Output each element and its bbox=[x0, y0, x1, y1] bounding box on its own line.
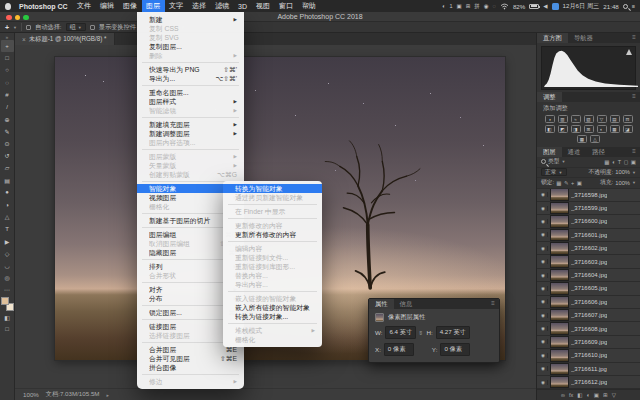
app-status-icon[interactable] bbox=[552, 3, 559, 10]
close-window-button[interactable] bbox=[6, 15, 12, 21]
filter-shape-layers-icon[interactable]: ◻ bbox=[624, 159, 629, 165]
menubar-menu-layer[interactable]: 图层 bbox=[142, 0, 165, 12]
invert-icon[interactable]: ◐ bbox=[597, 125, 607, 133]
layer-visibility-eye-icon[interactable]: ◉ bbox=[539, 259, 548, 264]
submenu-item-update-all-modified-content[interactable]: 更新所有修改的内容 bbox=[223, 230, 322, 239]
show-transform-checkbox[interactable] bbox=[90, 25, 95, 30]
menu-item-export-as[interactable]: 导出为...⌥⇧⌘' bbox=[137, 74, 244, 83]
layer-thumbnail[interactable] bbox=[551, 203, 568, 214]
new-adjustment-layer-icon[interactable]: ◐ bbox=[587, 392, 590, 398]
quick-mask-button[interactable]: ◧ bbox=[1, 311, 14, 323]
layer-thumbnail[interactable] bbox=[551, 283, 568, 294]
new-group-icon[interactable]: ▣ bbox=[594, 392, 599, 398]
filter-search-icon[interactable] bbox=[541, 159, 546, 164]
clone-stamp-tool[interactable]: ⊙ bbox=[1, 138, 14, 150]
posterize-icon[interactable]: ▦ bbox=[610, 125, 620, 133]
layer-thumbnail[interactable] bbox=[551, 337, 568, 348]
layer-row[interactable]: ◉_3716612.jpg bbox=[537, 376, 640, 389]
minimize-window-button[interactable] bbox=[15, 15, 21, 21]
app-menu[interactable]: Photoshop CC bbox=[14, 3, 73, 10]
layer-row[interactable]: ◉_3716602.jpg bbox=[537, 242, 640, 255]
layer-thumbnail[interactable] bbox=[551, 270, 568, 281]
window-manager-icon[interactable]: ▣ bbox=[456, 3, 461, 9]
y-field[interactable]: 0 像素 bbox=[440, 343, 470, 356]
filter-type-layers-icon[interactable]: T bbox=[618, 159, 621, 165]
exposure-icon[interactable]: ▧ bbox=[584, 115, 594, 123]
menubar-menu-filter[interactable]: 滤镜 bbox=[211, 0, 234, 12]
filter-pixel-layers-icon[interactable]: ▦ bbox=[604, 159, 609, 165]
spotlight-icon[interactable] bbox=[623, 4, 628, 9]
privacy-eye-icon[interactable]: ◉ bbox=[484, 3, 489, 9]
volume-icon[interactable]: ◀ bbox=[543, 3, 547, 9]
histogram-refresh-warning-icon[interactable] bbox=[626, 49, 632, 55]
menubar-menu-edit[interactable]: 编辑 bbox=[96, 0, 119, 12]
layer-visibility-eye-icon[interactable]: ◉ bbox=[539, 206, 548, 211]
move-tool[interactable]: + bbox=[1, 40, 14, 52]
layer-visibility-eye-icon[interactable]: ◉ bbox=[539, 299, 548, 304]
tab-paths[interactable]: 路径 bbox=[586, 147, 611, 157]
zoom-level[interactable]: 100% bbox=[23, 391, 39, 398]
layer-row[interactable]: ◉_3716609.jpg bbox=[537, 336, 640, 349]
delete-layer-icon[interactable]: ▽ bbox=[612, 392, 616, 398]
layer-visibility-eye-icon[interactable]: ◉ bbox=[539, 273, 548, 278]
layer-thumbnail[interactable] bbox=[551, 323, 568, 334]
vibrance-icon[interactable]: ▽ bbox=[597, 115, 607, 123]
rectangular-marquee-tool[interactable]: □ bbox=[1, 52, 14, 64]
layer-row[interactable]: ◉_3716600.jpg bbox=[537, 215, 640, 228]
history-brush-tool[interactable]: ↺ bbox=[1, 150, 14, 162]
quick-selection-tool[interactable]: ◌ bbox=[1, 77, 14, 89]
brightness-contrast-icon[interactable]: ◑ bbox=[545, 115, 555, 123]
menubar-menu-view[interactable]: 视图 bbox=[252, 0, 275, 12]
menubar-menu-file[interactable]: 文件 bbox=[73, 0, 96, 12]
tab-layers[interactable]: 图层 bbox=[537, 147, 562, 157]
tab-navigator[interactable]: 导航器 bbox=[568, 33, 599, 43]
layer-thumbnail[interactable] bbox=[551, 310, 568, 321]
layer-row[interactable]: ◉_3716611.jpg bbox=[537, 363, 640, 376]
layer-visibility-eye-icon[interactable]: ◉ bbox=[539, 366, 548, 371]
filter-adjustment-layers-icon[interactable]: ◐ bbox=[612, 159, 615, 165]
menubar-menu-select[interactable]: 选择 bbox=[188, 0, 211, 12]
layer-visibility-eye-icon[interactable]: ◉ bbox=[539, 219, 548, 224]
layer-visibility-eye-icon[interactable]: ◉ bbox=[539, 353, 548, 358]
dodge-tool[interactable]: ◑ bbox=[1, 198, 14, 210]
panel-menu-icon[interactable]: ≡ bbox=[628, 147, 640, 157]
menubar-time[interactable]: 21:48 bbox=[603, 3, 618, 10]
move-tool-preset-icon[interactable]: + bbox=[5, 24, 9, 31]
zoom-tool[interactable]: ◎ bbox=[1, 272, 14, 284]
link-layers-icon[interactable]: ∞ bbox=[561, 392, 565, 398]
black-white-icon[interactable]: ◧ bbox=[545, 125, 555, 133]
layer-effects-icon[interactable]: fx bbox=[569, 392, 573, 398]
edit-toolbar-button[interactable]: ⋯ bbox=[1, 284, 14, 296]
menubar-menu-3d[interactable]: 3D bbox=[234, 0, 252, 12]
layer-row[interactable]: ◉_3716599.jpg bbox=[537, 202, 640, 215]
layer-visibility-eye-icon[interactable]: ◉ bbox=[539, 192, 548, 197]
layer-visibility-eye-icon[interactable]: ◉ bbox=[539, 286, 548, 291]
crop-tool[interactable]: # bbox=[1, 89, 14, 101]
menubar-date[interactable]: 12月6日 周三 bbox=[563, 2, 600, 11]
lock-all-icon[interactable]: ▣ bbox=[577, 180, 582, 186]
status-options-caret-icon[interactable]: ▸ bbox=[106, 392, 109, 398]
notification-badge[interactable]: 1 bbox=[449, 3, 452, 9]
opacity-value[interactable]: 100% bbox=[615, 169, 630, 175]
hue-saturation-icon[interactable]: ▤ bbox=[610, 115, 620, 123]
panel-menu-icon[interactable]: ≡ bbox=[628, 33, 640, 43]
brush-tool[interactable]: ✎ bbox=[1, 125, 14, 137]
levels-icon[interactable]: ▥ bbox=[558, 115, 568, 123]
layer-visibility-eye-icon[interactable]: ◉ bbox=[539, 313, 548, 318]
panel-menu-icon[interactable]: ≡ bbox=[628, 92, 640, 102]
layer-row[interactable]: ◉_3716607.jpg bbox=[537, 309, 640, 322]
spot-healing-brush-tool[interactable]: ⊕ bbox=[1, 113, 14, 125]
new-layer-icon[interactable]: ⊞ bbox=[603, 392, 608, 398]
auto-select-checkbox[interactable] bbox=[26, 25, 31, 30]
add-layer-mask-icon[interactable]: ◧ bbox=[577, 392, 582, 398]
blend-mode-dropdown[interactable]: 正常 ▼ bbox=[541, 168, 567, 176]
menubar-menu-image[interactable]: 图像 bbox=[119, 0, 142, 12]
panel-menu-icon[interactable]: ≡ bbox=[487, 299, 499, 309]
width-field[interactable]: 6.4 英寸 bbox=[385, 326, 416, 339]
foreground-color-swatch[interactable] bbox=[1, 297, 9, 305]
selective-color-icon[interactable]: △ bbox=[590, 135, 600, 143]
type-tool[interactable]: T bbox=[1, 223, 14, 235]
zoom-window-button[interactable] bbox=[23, 15, 29, 21]
photo-filter-icon[interactable]: ◩ bbox=[558, 125, 568, 133]
apple-menu-icon[interactable] bbox=[5, 3, 11, 10]
